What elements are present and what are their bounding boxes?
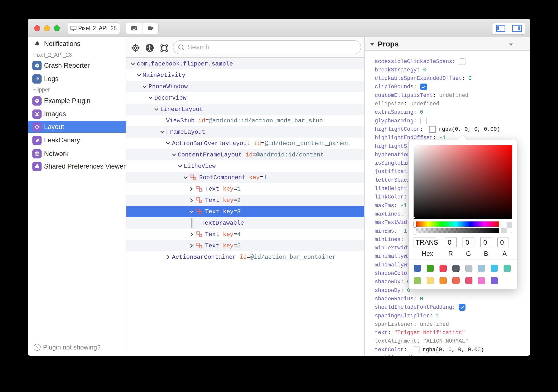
svg-text:?: ? — [36, 345, 38, 350]
